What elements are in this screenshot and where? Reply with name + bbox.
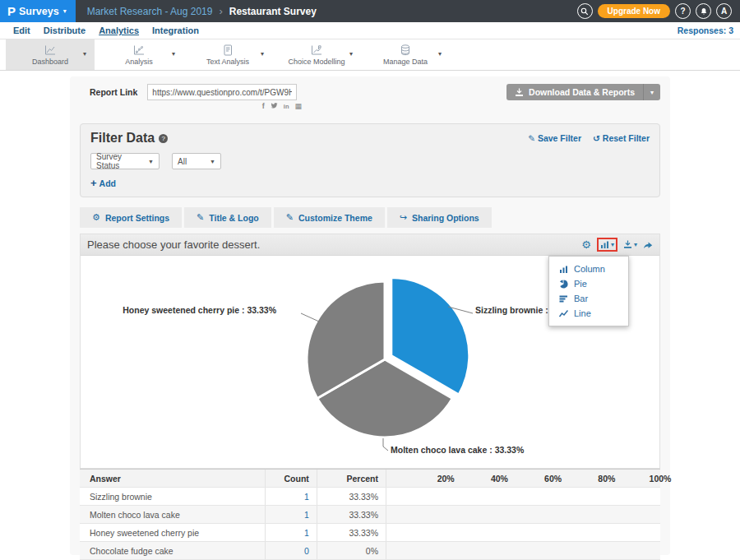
table-header-row: Answer Count Percent 20% 40% 60% 80% 100… xyxy=(80,469,660,488)
save-filter-label: Save Filter xyxy=(538,133,581,143)
download-options-caret[interactable]: ▾ xyxy=(643,84,660,100)
toolbar-label: Analysis xyxy=(125,58,153,66)
report-tabs: ⚙Report Settings ✎Title & Logo ✎Customiz… xyxy=(80,207,660,228)
count-cell[interactable]: 1 xyxy=(265,506,317,523)
bar-chart-icon xyxy=(600,240,609,249)
breadcrumb-parent-link[interactable]: Market Research - Aug 2019 xyxy=(87,6,213,17)
toolbar-dashboard[interactable]: Dashboard ▾ xyxy=(6,39,95,70)
app-root: P Surveys ▾ Market Research - Aug 2019 ›… xyxy=(0,0,740,555)
toolbar-analysis[interactable]: Analysis ▾ xyxy=(95,39,183,70)
tab-customize-theme[interactable]: ✎Customize Theme xyxy=(274,207,385,228)
menu-analytics[interactable]: Analytics xyxy=(99,25,139,35)
chevron-down-icon[interactable]: ▾ xyxy=(83,50,86,58)
filter-value-select[interactable]: All ▼ xyxy=(172,153,221,169)
search-button[interactable] xyxy=(577,3,593,19)
account-avatar[interactable]: A xyxy=(716,3,732,19)
axis-tick: 60% xyxy=(544,474,562,484)
bar-cell xyxy=(386,524,660,541)
menu-item-line[interactable]: Line xyxy=(549,306,628,321)
table-row: Sizzling brownie 1 33.33% xyxy=(80,488,660,506)
question-panel: Please choose your favorite dessert. ⚙ ▾… xyxy=(80,234,660,469)
bar-cell xyxy=(386,542,660,559)
chevron-down-icon[interactable]: ▾ xyxy=(349,50,353,58)
toolbar-choice-modelling[interactable]: Choice Modelling ▾ xyxy=(272,39,361,70)
facebook-icon[interactable]: f xyxy=(262,103,265,110)
product-switcher[interactable]: P Surveys ▾ xyxy=(0,0,76,22)
filter-field-value: Survey Status xyxy=(96,152,140,170)
chart-download-button[interactable]: ▾ xyxy=(623,240,637,249)
count-cell[interactable]: 0 xyxy=(265,542,317,559)
tab-report-settings[interactable]: ⚙Report Settings xyxy=(80,207,182,228)
chevron-down-icon: ▾ xyxy=(634,242,637,248)
callout-line xyxy=(301,313,319,322)
chart-settings-button[interactable]: ⚙ xyxy=(581,239,591,250)
add-filter-button[interactable]: + Add xyxy=(90,178,123,188)
bell-icon xyxy=(700,7,708,16)
chart-share-button[interactable] xyxy=(643,240,653,249)
chevron-down-icon[interactable]: ▾ xyxy=(172,50,175,58)
dashboard-chart-icon xyxy=(44,44,57,57)
dashboard-card: Report Link Download Data & Reports ▾ f … xyxy=(70,76,670,555)
document-icon xyxy=(221,44,234,57)
product-name: Surveys xyxy=(19,6,59,17)
survey-menu: Edit Distribute Analytics Integration Re… xyxy=(0,22,740,39)
tab-title-logo[interactable]: ✎Title & Logo xyxy=(184,207,271,228)
embed-icon[interactable]: ▦ xyxy=(294,103,302,110)
menu-edit[interactable]: Edit xyxy=(13,25,30,35)
reset-filter-link[interactable]: ↺Reset Filter xyxy=(593,133,650,143)
help-icon: ? xyxy=(680,7,685,16)
menu-distribute[interactable]: Distribute xyxy=(44,25,86,35)
col-answer: Answer xyxy=(80,470,265,487)
add-filter-label: Add xyxy=(99,178,116,188)
help-button[interactable]: ? xyxy=(675,3,691,19)
chevron-down-icon[interactable]: ▾ xyxy=(438,50,442,58)
axis-tick: 80% xyxy=(598,474,615,484)
upgrade-now-button[interactable]: Upgrade Now xyxy=(598,4,670,18)
filter-field-select[interactable]: Survey Status ▼ xyxy=(90,153,160,169)
breadcrumb-separator: › xyxy=(219,5,222,17)
answer-cell: Molten choco lava cake xyxy=(80,506,265,523)
percent-cell: 33.33% xyxy=(317,506,386,523)
count-cell[interactable]: 1 xyxy=(265,524,317,541)
report-link-input[interactable] xyxy=(147,84,297,100)
save-filter-link[interactable]: ✎Save Filter xyxy=(528,133,581,143)
tab-sharing-options[interactable]: ↪Sharing Options xyxy=(387,207,492,228)
menu-item-bar[interactable]: Bar xyxy=(549,291,628,306)
count-cell[interactable]: 1 xyxy=(265,488,317,505)
pie-callout-honey: Honey sweetened cherry pie : 33.33% xyxy=(123,305,276,315)
table-row: Molten choco lava cake 1 33.33% xyxy=(80,506,660,524)
results-table: Answer Count Percent 20% 40% 60% 80% 100… xyxy=(80,469,660,560)
plus-icon: + xyxy=(90,178,97,188)
download-label: Download Data & Reports xyxy=(529,87,635,97)
menu-item-column[interactable]: Column xyxy=(549,261,628,276)
toolbar-text-analysis[interactable]: Text Analysis ▾ xyxy=(183,39,272,70)
responses-count: Responses: 3 xyxy=(678,25,733,35)
chart-type-button[interactable]: ▾ xyxy=(600,240,614,249)
help-icon[interactable]: ? xyxy=(159,134,168,143)
analysis-scatter-icon xyxy=(132,44,146,57)
axis-tick: 20% xyxy=(437,474,455,484)
report-link-row: Report Link Download Data & Reports ▾ xyxy=(80,84,660,100)
menu-item-label: Pie xyxy=(574,279,587,289)
menu-item-label: Column xyxy=(574,264,605,274)
answer-cell: Sizzling brownie xyxy=(80,488,265,505)
chevron-down-icon[interactable]: ▾ xyxy=(261,50,264,58)
menu-integration[interactable]: Integration xyxy=(152,25,199,35)
chevron-down-icon: ▾ xyxy=(63,8,67,15)
download-data-reports-button[interactable]: Download Data & Reports ▾ xyxy=(506,84,660,100)
pie-callout-molten: Molten choco lava cake : 33.33% xyxy=(391,445,524,455)
top-navbar: P Surveys ▾ Market Research - Aug 2019 ›… xyxy=(0,0,740,22)
pie-slices xyxy=(307,278,469,438)
toolbar-label: Manage Data xyxy=(383,58,428,66)
question-title: Please choose your favorite dessert. xyxy=(87,238,260,251)
toolbar-manage-data[interactable]: Manage Data ▾ xyxy=(361,39,450,70)
filter-data-panel: Filter Data ? ✎Save Filter ↺Reset Filter… xyxy=(80,123,660,197)
linkedin-icon[interactable]: in xyxy=(284,104,289,110)
menu-item-pie[interactable]: Pie xyxy=(549,276,628,291)
twitter-icon[interactable] xyxy=(271,102,278,111)
download-icon xyxy=(515,88,524,97)
answer-cell: Chocolate fudge cake xyxy=(80,542,265,559)
reset-icon: ↺ xyxy=(593,133,600,143)
axis-tick: 40% xyxy=(491,474,508,484)
notifications-button[interactable] xyxy=(696,3,711,19)
